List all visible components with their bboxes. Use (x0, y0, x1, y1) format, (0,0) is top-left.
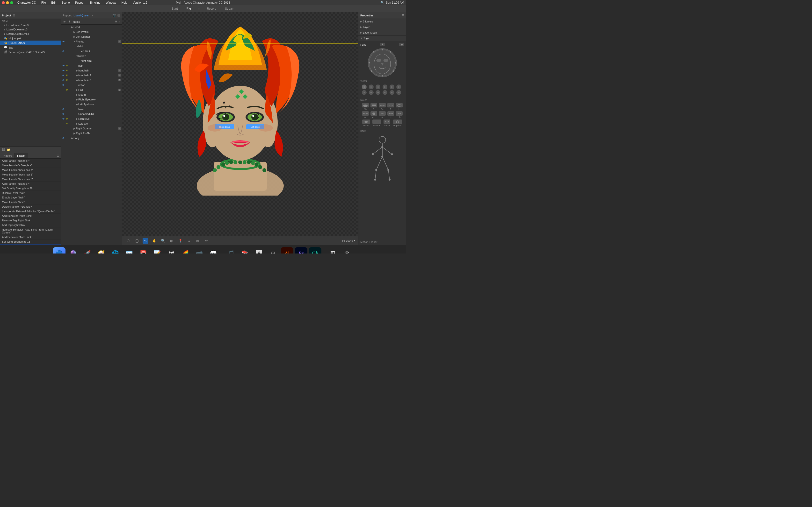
edit-menu[interactable]: Edit (50, 1, 57, 4)
tree-row-rightquarter[interactable]: ▶ Right Quarter 2 (61, 126, 122, 131)
hand-tool[interactable]: ✋ (151, 238, 157, 243)
history-item[interactable]: Add Behavior "Auto Blink" (0, 214, 61, 218)
tree-row-fronthair2[interactable]: 👁 ♛ ▶ front hair 2 1 (61, 73, 122, 78)
help-menu[interactable]: Help (120, 1, 128, 4)
tree-row-lefteye[interactable]: ♛ ▶ Left eye (61, 121, 122, 126)
tree-row-crown[interactable]: 👁 crown (61, 82, 122, 88)
tags-header[interactable]: ▼ Tags (358, 36, 406, 41)
window-menu[interactable]: Window (105, 1, 117, 4)
dock-item-calendar[interactable]: 📅 (137, 247, 150, 254)
crown-icon[interactable]: ♛ (65, 118, 69, 120)
mouth-shape-smile[interactable] (384, 119, 390, 124)
layers-header[interactable]: ▶ 3 Layers (358, 19, 406, 24)
tree-row-lefteyebrow[interactable]: ▶ Left Eyebrow (61, 102, 122, 107)
dock-item-siri[interactable]: 🔮 (67, 247, 80, 254)
history-item[interactable]: Incorporate External Edits for "QueenCAI… (0, 209, 61, 214)
dock-item-facetime[interactable]: 📹 (193, 247, 206, 254)
history-menu-icon[interactable]: ☰ (55, 153, 61, 158)
tree-row-Hair[interactable]: ♛ ▶ Hair 1 (61, 88, 122, 92)
arrow-icon[interactable]: ▶ (73, 31, 76, 34)
crown-icon[interactable]: ♛ (65, 122, 69, 125)
zoom-tool[interactable]: 🔍 (160, 238, 166, 243)
dock-item-books[interactable]: 📚 (239, 247, 251, 254)
mouth-shape-l[interactable] (396, 103, 403, 107)
pin-tool[interactable]: 📍 (177, 238, 183, 243)
crown-icon[interactable]: ♛ (65, 69, 69, 72)
tree-row-leftquarter[interactable]: ▶ Left Quarter (61, 34, 122, 39)
arrow-icon[interactable]: ▶ (76, 69, 78, 72)
tab-history[interactable]: History (15, 153, 28, 158)
view-dot[interactable]: ⊕ (396, 90, 401, 95)
arrow-icon[interactable]: ▼ (76, 55, 78, 57)
project-item-lizardqueen2[interactable]: ♪ LizardQueen2.mp3 (0, 32, 61, 36)
project-item-mojpuppet[interactable]: 🎭 Mojpuppet (0, 36, 61, 41)
tree-row-leftblink[interactable]: 👁 left blink (61, 49, 122, 54)
eye-icon[interactable]: 👁 (61, 74, 65, 77)
dock-item-launchpad[interactable]: 🚀 (81, 247, 94, 254)
arrow-icon[interactable]: ▶ (73, 127, 76, 130)
toolbar-stream[interactable]: Stream (223, 6, 236, 11)
project-item-lizardprince[interactable]: ♪ LizardPrince1.mp3 (0, 23, 61, 27)
tree-row-blink[interactable]: ▼ blink (61, 44, 122, 49)
tree-row-nose[interactable]: 👁 Nose (61, 107, 122, 112)
dock-item-illustrator[interactable]: Ai (281, 247, 293, 254)
history-item[interactable]: Move Handle "back hair 4" (0, 168, 61, 172)
history-item[interactable]: Set Gravity Strength to 29 (0, 186, 61, 191)
pointer-tool[interactable]: ↖ (143, 238, 148, 243)
history-item[interactable]: Move Handle "<Dangle>" (0, 163, 61, 168)
eye-icon[interactable]: 👁 (61, 40, 65, 43)
tree-row-fronthair3[interactable]: 👁 ♛ ▶ front hair 3 1 (61, 78, 122, 82)
history-item[interactable]: Add Behavior "Auto Blink" (0, 235, 61, 239)
arrow-icon[interactable]: ▶ (76, 74, 78, 77)
selection-tool[interactable]: ⬡ (125, 238, 131, 243)
view-dot[interactable]: ⊕ (369, 84, 373, 89)
dock-item-photos[interactable]: 🌈 (179, 247, 192, 254)
crown-icon[interactable]: ♛ (65, 79, 69, 81)
dock-item-notes[interactable]: 📝 (151, 247, 164, 254)
view-dot[interactable]: ⊕ (383, 90, 388, 95)
toolbar-start[interactable]: Start (170, 6, 179, 11)
warp-tool[interactable]: ⊕ (186, 238, 192, 243)
tree-row-rightblink[interactable]: right blink (61, 58, 122, 63)
layer-mesh-header[interactable]: ▶ Layer Mesh (358, 30, 406, 35)
history-item[interactable]: Move Handle "back hair 5" (0, 172, 61, 177)
layer-header[interactable]: ▶ Layer (358, 24, 406, 30)
dock-item-screenshot[interactable]: 🖼 (326, 247, 339, 254)
view-dot[interactable]: ⊕ (375, 90, 380, 95)
history-item[interactable]: Delete Handle "<Dangle>" (0, 205, 61, 209)
arrow-icon[interactable]: ▶ (73, 132, 76, 135)
arrow-icon[interactable]: ▶ (76, 93, 78, 96)
eye-icon[interactable]: 👁 (61, 79, 65, 81)
eye-icon[interactable]: 👁 (61, 69, 65, 72)
puppet-name[interactable]: Lizard Queen (73, 14, 89, 17)
settings-icon-2[interactable]: ⚙ (115, 20, 117, 23)
close-button[interactable] (2, 1, 5, 4)
arrow-icon[interactable]: ▼ (73, 40, 76, 43)
view-dot[interactable]: ⊕ (362, 90, 367, 95)
rotate-tool[interactable]: ◎ (169, 238, 174, 243)
tab-triggers[interactable]: Triggers (0, 153, 15, 158)
mouth-shape-d[interactable] (370, 103, 377, 107)
tree-row-blink2[interactable]: ▼ blink 2 (61, 54, 122, 58)
folder-icon[interactable]: 📁 (7, 148, 10, 151)
arrow-icon[interactable]: ▶ (76, 117, 78, 120)
add-icon[interactable]: + (119, 20, 120, 23)
arrow-icon[interactable]: ▶ (71, 137, 73, 140)
tree-row-unnamed13[interactable]: 👁 Unnamed-13 (61, 112, 122, 116)
tree-row-head[interactable]: ▶ Head (61, 24, 122, 30)
tree-row-mouth[interactable]: ▶ Mouth (61, 92, 122, 97)
tree-row-righteye[interactable]: 👁 ♛ ▶ Right eye (61, 116, 122, 121)
toolbar-record[interactable]: Record (205, 6, 218, 11)
view-dot[interactable]: ⊕ (390, 84, 394, 89)
dock-item-trash[interactable]: 🗑 (341, 247, 353, 254)
face-btn-a[interactable]: A (380, 43, 385, 46)
film-strip-icon[interactable]: 🎞 (2, 148, 5, 151)
arrow-icon[interactable]: ▼ (76, 45, 78, 48)
arrow-icon[interactable]: ▶ (71, 25, 73, 29)
view-dot[interactable]: ⊕ (369, 90, 373, 95)
history-item[interactable]: Enable Layer "hair" (0, 195, 61, 200)
dock-item-characteranimator[interactable]: Ch (309, 247, 321, 254)
eye-icon[interactable]: 👁 (61, 50, 65, 53)
history-item-remove-tag[interactable]: Remove Tag Right Blink (0, 218, 61, 223)
eye-icon[interactable]: 👁 (61, 137, 65, 139)
